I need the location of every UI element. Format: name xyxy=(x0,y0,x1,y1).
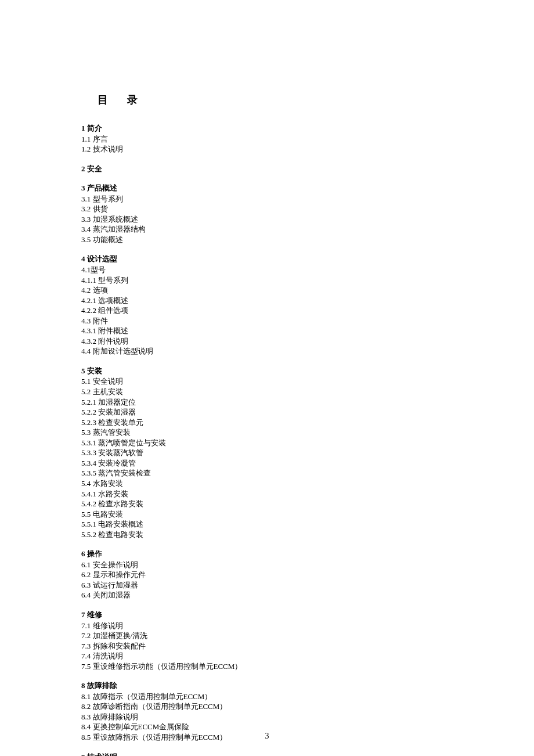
toc-entry: 6.4 关闭加湿器 xyxy=(81,590,453,600)
toc-entry: 6.3 试运行加湿器 xyxy=(81,580,453,591)
toc-entry: 3.2 供货 xyxy=(81,204,453,214)
toc-sections: 1 简介1.1 序言1.2 技术说明2 安全3 产品概述3.1 型号系列3.2 … xyxy=(81,123,453,756)
toc-section-heading: 7 维修 xyxy=(81,610,453,620)
document-page: 目 录 1 简介1.1 序言1.2 技术说明2 安全3 产品概述3.1 型号系列… xyxy=(0,0,534,756)
toc-section-heading: 8 故障排除 xyxy=(81,681,453,691)
toc-entry: 5.4 水路安装 xyxy=(81,478,453,489)
toc-entry: 7.2 加湿桶更换/清洗 xyxy=(81,631,453,641)
toc-section: 5 安装5.1 安全说明5.2 主机安装5.2.1 加湿器定位5.2.2 安装加… xyxy=(81,366,453,539)
toc-entry: 7.1 维修说明 xyxy=(81,621,453,631)
toc-section: 4 设计选型4.1型号4.1.1 型号系列4.2 选项4.2.1 选项概述4.2… xyxy=(81,254,453,356)
toc-entry: 3.1 型号系列 xyxy=(81,194,453,204)
toc-entry: 5.3.3 安装蒸汽软管 xyxy=(81,448,453,458)
toc-entry: 5.2 主机安装 xyxy=(81,387,453,397)
toc-section: 6 操作6.1 安全操作说明6.2 显示和操作元件6.3 试运行加湿器6.4 关… xyxy=(81,549,453,600)
toc-entry: 4.1型号 xyxy=(81,265,453,275)
toc-entry: 8.2 故障诊断指南（仅适用控制单元ECCM） xyxy=(81,701,453,712)
toc-entry: 1.2 技术说明 xyxy=(81,144,453,154)
toc-entry: 6.2 显示和操作元件 xyxy=(81,570,453,580)
toc-entry: 7.4 清洗说明 xyxy=(81,651,453,661)
toc-section-heading: 3 产品概述 xyxy=(81,183,453,193)
toc-section: 1 简介1.1 序言1.2 技术说明 xyxy=(81,123,453,154)
toc-entry: 8.4 更换控制单元ECCM金属保险 xyxy=(81,722,453,732)
toc-entry: 5.3 蒸汽管安装 xyxy=(81,427,453,438)
toc-entry: 8.3 故障排除说明 xyxy=(81,712,453,722)
toc-section: 7 维修7.1 维修说明7.2 加湿桶更换/清洗7.3 拆除和安装配件7.4 清… xyxy=(81,610,453,671)
toc-entry: 6.1 安全操作说明 xyxy=(81,560,453,570)
toc-entry: 4.3.2 附件说明 xyxy=(81,336,453,347)
toc-entry: 5.3.4 安装冷凝管 xyxy=(81,458,453,469)
toc-section-heading: 1 简介 xyxy=(81,123,453,134)
toc-entry: 3.4 蒸汽加湿器结构 xyxy=(81,224,453,235)
toc-entry: 5.2.3 检查安装单元 xyxy=(81,417,453,428)
toc-entry: 5.3.1 蒸汽喷管定位与安装 xyxy=(81,438,453,448)
toc-entry: 4.1.1 型号系列 xyxy=(81,275,453,286)
toc-section-heading: 5 安装 xyxy=(81,366,453,376)
toc-section-heading: 2 安全 xyxy=(81,164,453,174)
toc-entry: 4.3.1 附件概述 xyxy=(81,326,453,336)
toc-entry: 4.2 选项 xyxy=(81,285,453,296)
toc-entry: 5.1 安全说明 xyxy=(81,376,453,387)
toc-section-heading: 6 操作 xyxy=(81,549,453,559)
toc-entry: 5.4.2 检查水路安装 xyxy=(81,499,453,509)
toc-entry: 7.5 重设维修指示功能（仅适用控制单元ECCM） xyxy=(81,661,453,672)
toc-section-heading: 9 技术说明 xyxy=(81,752,453,756)
toc-entry: 7.3 拆除和安装配件 xyxy=(81,641,453,651)
toc-title: 目 录 xyxy=(98,93,453,107)
page-number: 3 xyxy=(0,732,534,741)
toc-entry: 5.5.2 检查电路安装 xyxy=(81,530,453,540)
toc-section: 3 产品概述3.1 型号系列3.2 供货3.3 加湿系统概述3.4 蒸汽加湿器结… xyxy=(81,183,453,244)
toc-entry: 5.5.1 电路安装概述 xyxy=(81,519,453,530)
toc-entry: 5.5 电路安装 xyxy=(81,509,453,520)
toc-entry: 4.2.2 组件选项 xyxy=(81,305,453,316)
toc-entry: 1.1 序言 xyxy=(81,134,453,145)
toc-entry: 5.2.2 安装加湿器 xyxy=(81,407,453,417)
toc-entry: 5.2.1 加湿器定位 xyxy=(81,397,453,408)
toc-entry: 3.5 功能概述 xyxy=(81,235,453,245)
toc-section: 2 安全 xyxy=(81,164,453,174)
toc-section-heading: 4 设计选型 xyxy=(81,254,453,264)
toc-section: 9 技术说明 xyxy=(81,752,453,756)
toc-entry: 4.3 附件 xyxy=(81,316,453,326)
toc-entry: 3.3 加湿系统概述 xyxy=(81,214,453,225)
toc-entry: 5.4.1 水路安装 xyxy=(81,489,453,499)
toc-entry: 4.4 附加设计选型说明 xyxy=(81,346,453,357)
toc-entry: 8.1 故障指示（仅适用控制单元ECCM） xyxy=(81,692,453,702)
toc-entry: 5.3.5 蒸汽管安装检查 xyxy=(81,468,453,478)
toc-entry: 4.2.1 选项概述 xyxy=(81,296,453,306)
